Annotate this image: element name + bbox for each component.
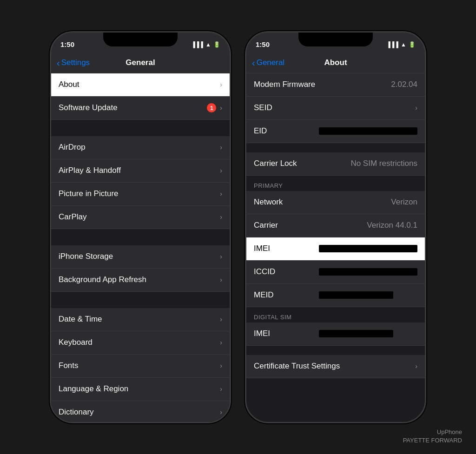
cert-trust-chevron: › xyxy=(415,362,417,370)
modem-firmware-value: 2.02.04 xyxy=(315,80,417,89)
spacer-r4 xyxy=(246,346,425,355)
back-label-right: General xyxy=(257,58,284,67)
imei-digital-row: IMEI xyxy=(246,322,425,346)
carrier-lock-label: Carrier Lock xyxy=(254,159,310,168)
group-2: AirDrop › AirPlay & Handoff › Picture in… xyxy=(51,136,230,229)
date-time-chevron: › xyxy=(220,316,222,323)
wifi-icon-right: ▲ xyxy=(401,41,406,48)
battery-icon-right: 🔋 xyxy=(409,41,416,48)
carplay-chevron: › xyxy=(220,213,222,221)
airdrop-item[interactable]: AirDrop › xyxy=(51,136,230,159)
about-top-group: Modem Firmware 2.02.04 SEID › EID xyxy=(246,73,425,143)
notch-right xyxy=(298,33,373,46)
language-region-label: Language & Region xyxy=(59,384,220,394)
nav-bar-left: ‹ Settings General xyxy=(51,53,230,73)
group-4: Date & Time › Keyboard › Fonts › Languag… xyxy=(51,308,230,423)
cert-trust-group: Certificate Trust Settings › xyxy=(246,355,425,378)
watermark: UpPhone PAYETTE FORWARD xyxy=(403,428,462,445)
carplay-item[interactable]: CarPlay › xyxy=(51,206,230,229)
iphone-storage-item[interactable]: iPhone Storage › xyxy=(51,245,230,269)
meid-value-redacted xyxy=(319,291,393,299)
background-app-refresh-item[interactable]: Background App Refresh › xyxy=(51,269,230,292)
primary-section-label: PRIMARY xyxy=(254,182,283,189)
seid-row[interactable]: SEID › xyxy=(246,97,425,120)
spacer-r1 xyxy=(246,143,425,152)
picture-in-picture-item[interactable]: Picture in Picture › xyxy=(51,183,230,206)
nav-title-left: General xyxy=(126,58,155,67)
date-time-label: Date & Time xyxy=(59,315,220,324)
software-update-chevron: › xyxy=(220,104,222,112)
eid-label: EID xyxy=(254,126,310,136)
airdrop-label: AirDrop xyxy=(59,143,220,152)
nav-bar-right: ‹ General About xyxy=(246,53,425,73)
primary-section-header: PRIMARY xyxy=(246,178,425,191)
battery-icon: 🔋 xyxy=(213,41,220,48)
about-item[interactable]: About › xyxy=(51,73,230,97)
dictionary-label: Dictionary xyxy=(59,408,220,417)
background-app-refresh-chevron: › xyxy=(220,276,222,283)
keyboard-label: Keyboard xyxy=(59,338,220,347)
screen-content-left: About › Software Update 1 › AirDrop › Ai… xyxy=(51,73,230,423)
iccid-value-redacted xyxy=(319,268,417,276)
imei-primary-row: IMEI xyxy=(246,237,425,261)
status-time-left: 1:50 xyxy=(60,40,74,48)
spacer-3 xyxy=(51,292,230,308)
back-label-left: Settings xyxy=(61,58,90,67)
right-phone: 1:50 ▐▐▐ ▲ 🔋 ‹ General About Modem Firmw… xyxy=(245,31,426,423)
spacer-2 xyxy=(51,229,230,245)
software-update-item[interactable]: Software Update 1 › xyxy=(51,97,230,120)
carrier-value: Verizon 44.0.1 xyxy=(310,221,417,230)
dictionary-item[interactable]: Dictionary › xyxy=(51,401,230,423)
eid-row: EID xyxy=(246,120,425,143)
signal-icon-right: ▐▐▐ xyxy=(387,41,399,48)
meid-label: MEID xyxy=(254,290,310,300)
carrier-lock-value: No SIM restrictions xyxy=(310,159,417,168)
digital-sim-section-header: DIGITAL SIM xyxy=(246,309,425,322)
carplay-label: CarPlay xyxy=(59,212,220,222)
language-region-item[interactable]: Language & Region › xyxy=(51,378,230,401)
iccid-row: ICCID xyxy=(246,261,425,284)
primary-group: Network Verizon Carrier Verizon 44.0.1 I… xyxy=(246,191,425,307)
network-value: Verizon xyxy=(310,197,417,207)
picture-in-picture-chevron: › xyxy=(220,190,222,197)
fonts-item[interactable]: Fonts › xyxy=(51,355,230,378)
fonts-label: Fonts xyxy=(59,361,220,370)
carrier-row: Carrier Verizon 44.0.1 xyxy=(246,214,425,237)
nav-title-right: About xyxy=(324,58,347,67)
signal-icon: ▐▐▐ xyxy=(192,41,204,48)
background-app-refresh-label: Background App Refresh xyxy=(59,275,220,284)
modem-firmware-row: Modem Firmware 2.02.04 xyxy=(246,73,425,97)
iphone-storage-chevron: › xyxy=(220,253,222,260)
eid-value-redacted xyxy=(319,127,417,135)
left-phone: 1:50 ▐▐▐ ▲ 🔋 ‹ Settings General About › … xyxy=(50,31,231,423)
imei-primary-label: IMEI xyxy=(254,244,310,253)
airplay-handoff-chevron: › xyxy=(220,167,222,174)
carrier-label: Carrier xyxy=(254,221,310,230)
back-button-right[interactable]: ‹ General xyxy=(252,58,284,68)
iphone-storage-label: iPhone Storage xyxy=(59,252,220,261)
language-region-chevron: › xyxy=(220,385,222,393)
seid-chevron: › xyxy=(415,104,417,112)
imei-primary-value-redacted xyxy=(319,245,417,252)
digital-sim-group: IMEI xyxy=(246,322,425,346)
airplay-handoff-item[interactable]: AirPlay & Handoff › xyxy=(51,159,230,183)
watermark-line1: UpPhone xyxy=(403,428,462,436)
watermark-line2: PAYETTE FORWARD xyxy=(403,436,462,445)
about-chevron: › xyxy=(220,81,222,88)
modem-firmware-label: Modem Firmware xyxy=(254,80,315,89)
network-row: Network Verizon xyxy=(246,191,425,214)
status-icons-left: ▐▐▐ ▲ 🔋 xyxy=(192,41,220,48)
date-time-item[interactable]: Date & Time › xyxy=(51,308,230,331)
airplay-handoff-label: AirPlay & Handoff xyxy=(59,166,220,175)
imei-digital-label: IMEI xyxy=(254,329,310,338)
digital-sim-section-label: DIGITAL SIM xyxy=(254,314,291,321)
picture-in-picture-label: Picture in Picture xyxy=(59,189,220,198)
back-button-left[interactable]: ‹ Settings xyxy=(57,58,90,68)
cert-trust-row[interactable]: Certificate Trust Settings › xyxy=(246,355,425,378)
keyboard-item[interactable]: Keyboard › xyxy=(51,331,230,355)
back-chevron-left: ‹ xyxy=(57,58,60,68)
group-1: About › Software Update 1 › xyxy=(51,73,230,120)
meid-row: MEID xyxy=(246,284,425,307)
carrier-lock-row: Carrier Lock No SIM restrictions xyxy=(246,152,425,176)
imei-digital-value-redacted xyxy=(319,330,393,337)
